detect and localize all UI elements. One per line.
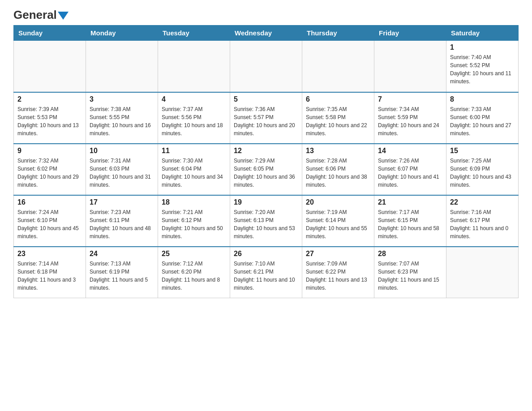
day-info: Sunrise: 7:38 AMSunset: 5:55 PMDaylight:… bbox=[90, 105, 154, 137]
logo: General bbox=[13, 9, 69, 21]
day-number: 12 bbox=[234, 147, 298, 155]
day-info: Sunrise: 7:14 AMSunset: 6:18 PMDaylight:… bbox=[17, 260, 82, 292]
day-number: 17 bbox=[90, 198, 154, 206]
calendar-cell bbox=[446, 247, 519, 298]
day-info: Sunrise: 7:12 AMSunset: 6:20 PMDaylight:… bbox=[162, 260, 226, 292]
day-info: Sunrise: 7:20 AMSunset: 6:13 PMDaylight:… bbox=[234, 208, 298, 240]
day-number: 10 bbox=[90, 147, 154, 155]
weekday-header: Sunday bbox=[14, 26, 86, 41]
calendar-cell bbox=[302, 41, 374, 92]
day-number: 23 bbox=[17, 250, 82, 258]
day-info: Sunrise: 7:13 AMSunset: 6:19 PMDaylight:… bbox=[90, 260, 154, 292]
calendar-table: SundayMondayTuesdayWednesdayThursdayFrid… bbox=[13, 25, 519, 298]
day-info: Sunrise: 7:30 AMSunset: 6:04 PMDaylight:… bbox=[162, 157, 226, 189]
day-info: Sunrise: 7:16 AMSunset: 6:17 PMDaylight:… bbox=[450, 208, 515, 240]
day-info: Sunrise: 7:34 AMSunset: 5:59 PMDaylight:… bbox=[378, 105, 442, 137]
day-number: 16 bbox=[17, 198, 82, 206]
calendar-week-row: 23Sunrise: 7:14 AMSunset: 6:18 PMDayligh… bbox=[14, 247, 519, 298]
day-info: Sunrise: 7:23 AMSunset: 6:11 PMDaylight:… bbox=[90, 208, 154, 240]
calendar-cell: 12Sunrise: 7:29 AMSunset: 6:05 PMDayligh… bbox=[230, 144, 302, 195]
logo-arrow-icon bbox=[58, 12, 69, 20]
calendar-cell: 2Sunrise: 7:39 AMSunset: 5:53 PMDaylight… bbox=[14, 92, 86, 144]
day-info: Sunrise: 7:32 AMSunset: 6:02 PMDaylight:… bbox=[17, 157, 82, 189]
calendar-cell: 5Sunrise: 7:36 AMSunset: 5:57 PMDaylight… bbox=[230, 92, 302, 144]
calendar-cell: 3Sunrise: 7:38 AMSunset: 5:55 PMDaylight… bbox=[86, 92, 158, 144]
weekday-header: Saturday bbox=[446, 26, 519, 41]
day-number: 11 bbox=[162, 147, 226, 155]
day-number: 24 bbox=[90, 250, 154, 258]
day-info: Sunrise: 7:07 AMSunset: 6:23 PMDaylight:… bbox=[378, 260, 442, 292]
calendar-cell bbox=[230, 41, 302, 92]
weekday-header: Monday bbox=[86, 26, 158, 41]
calendar-cell: 16Sunrise: 7:24 AMSunset: 6:10 PMDayligh… bbox=[14, 195, 86, 247]
calendar-cell: 19Sunrise: 7:20 AMSunset: 6:13 PMDayligh… bbox=[230, 195, 302, 247]
calendar-cell: 24Sunrise: 7:13 AMSunset: 6:19 PMDayligh… bbox=[86, 247, 158, 298]
calendar-cell: 10Sunrise: 7:31 AMSunset: 6:03 PMDayligh… bbox=[86, 144, 158, 195]
calendar-cell bbox=[374, 41, 446, 92]
calendar-cell: 4Sunrise: 7:37 AMSunset: 5:56 PMDaylight… bbox=[158, 92, 230, 144]
day-number: 21 bbox=[378, 198, 442, 206]
calendar-cell: 13Sunrise: 7:28 AMSunset: 6:06 PMDayligh… bbox=[302, 144, 374, 195]
day-info: Sunrise: 7:10 AMSunset: 6:21 PMDaylight:… bbox=[234, 260, 298, 292]
day-number: 18 bbox=[162, 198, 226, 206]
day-number: 4 bbox=[162, 95, 226, 103]
calendar-cell bbox=[14, 41, 86, 92]
weekday-header: Tuesday bbox=[158, 26, 230, 41]
day-number: 22 bbox=[450, 198, 515, 206]
calendar-cell: 9Sunrise: 7:32 AMSunset: 6:02 PMDaylight… bbox=[14, 144, 86, 195]
day-info: Sunrise: 7:28 AMSunset: 6:06 PMDaylight:… bbox=[306, 157, 370, 189]
day-number: 25 bbox=[162, 250, 226, 258]
day-number: 13 bbox=[306, 147, 370, 155]
day-number: 27 bbox=[306, 250, 370, 258]
calendar-cell: 18Sunrise: 7:21 AMSunset: 6:12 PMDayligh… bbox=[158, 195, 230, 247]
logo-general-text: General bbox=[13, 9, 57, 21]
day-number: 26 bbox=[234, 250, 298, 258]
day-info: Sunrise: 7:29 AMSunset: 6:05 PMDaylight:… bbox=[234, 157, 298, 189]
day-number: 6 bbox=[306, 95, 370, 103]
day-info: Sunrise: 7:36 AMSunset: 5:57 PMDaylight:… bbox=[234, 105, 298, 137]
weekday-header: Thursday bbox=[302, 26, 374, 41]
day-number: 8 bbox=[450, 95, 515, 103]
weekday-header: Wednesday bbox=[230, 26, 302, 41]
day-number: 28 bbox=[378, 250, 442, 258]
day-info: Sunrise: 7:33 AMSunset: 6:00 PMDaylight:… bbox=[450, 105, 515, 137]
day-info: Sunrise: 7:35 AMSunset: 5:58 PMDaylight:… bbox=[306, 105, 370, 137]
day-number: 20 bbox=[306, 198, 370, 206]
day-info: Sunrise: 7:24 AMSunset: 6:10 PMDaylight:… bbox=[17, 208, 82, 240]
day-info: Sunrise: 7:21 AMSunset: 6:12 PMDaylight:… bbox=[162, 208, 226, 240]
calendar-cell bbox=[86, 41, 158, 92]
calendar-week-row: 9Sunrise: 7:32 AMSunset: 6:02 PMDaylight… bbox=[14, 144, 519, 195]
calendar-cell: 8Sunrise: 7:33 AMSunset: 6:00 PMDaylight… bbox=[446, 92, 519, 144]
day-info: Sunrise: 7:37 AMSunset: 5:56 PMDaylight:… bbox=[162, 105, 226, 137]
day-info: Sunrise: 7:40 AMSunset: 5:52 PMDaylight:… bbox=[450, 53, 515, 86]
day-info: Sunrise: 7:26 AMSunset: 6:07 PMDaylight:… bbox=[378, 157, 442, 189]
calendar-cell: 7Sunrise: 7:34 AMSunset: 5:59 PMDaylight… bbox=[374, 92, 446, 144]
day-number: 19 bbox=[234, 198, 298, 206]
calendar-cell: 22Sunrise: 7:16 AMSunset: 6:17 PMDayligh… bbox=[446, 195, 519, 247]
day-number: 15 bbox=[450, 147, 515, 155]
calendar-cell: 25Sunrise: 7:12 AMSunset: 6:20 PMDayligh… bbox=[158, 247, 230, 298]
day-number: 5 bbox=[234, 95, 298, 103]
day-number: 9 bbox=[17, 147, 82, 155]
calendar-cell: 23Sunrise: 7:14 AMSunset: 6:18 PMDayligh… bbox=[14, 247, 86, 298]
calendar-cell: 6Sunrise: 7:35 AMSunset: 5:58 PMDaylight… bbox=[302, 92, 374, 144]
calendar-cell: 11Sunrise: 7:30 AMSunset: 6:04 PMDayligh… bbox=[158, 144, 230, 195]
day-number: 1 bbox=[450, 43, 515, 51]
calendar-cell: 20Sunrise: 7:19 AMSunset: 6:14 PMDayligh… bbox=[302, 195, 374, 247]
calendar-cell: 21Sunrise: 7:17 AMSunset: 6:15 PMDayligh… bbox=[374, 195, 446, 247]
calendar-cell: 28Sunrise: 7:07 AMSunset: 6:23 PMDayligh… bbox=[374, 247, 446, 298]
day-info: Sunrise: 7:19 AMSunset: 6:14 PMDaylight:… bbox=[306, 208, 370, 240]
calendar-cell bbox=[158, 41, 230, 92]
day-info: Sunrise: 7:25 AMSunset: 6:09 PMDaylight:… bbox=[450, 157, 515, 189]
calendar-week-row: 2Sunrise: 7:39 AMSunset: 5:53 PMDaylight… bbox=[14, 92, 519, 144]
calendar-header-row: SundayMondayTuesdayWednesdayThursdayFrid… bbox=[14, 26, 519, 41]
calendar-cell: 1Sunrise: 7:40 AMSunset: 5:52 PMDaylight… bbox=[446, 41, 519, 92]
day-number: 14 bbox=[378, 147, 442, 155]
day-info: Sunrise: 7:17 AMSunset: 6:15 PMDaylight:… bbox=[378, 208, 442, 240]
calendar-cell: 15Sunrise: 7:25 AMSunset: 6:09 PMDayligh… bbox=[446, 144, 519, 195]
day-number: 7 bbox=[378, 95, 442, 103]
calendar-cell: 17Sunrise: 7:23 AMSunset: 6:11 PMDayligh… bbox=[86, 195, 158, 247]
calendar-week-row: 16Sunrise: 7:24 AMSunset: 6:10 PMDayligh… bbox=[14, 195, 519, 247]
calendar-cell: 14Sunrise: 7:26 AMSunset: 6:07 PMDayligh… bbox=[374, 144, 446, 195]
day-info: Sunrise: 7:39 AMSunset: 5:53 PMDaylight:… bbox=[17, 105, 82, 137]
